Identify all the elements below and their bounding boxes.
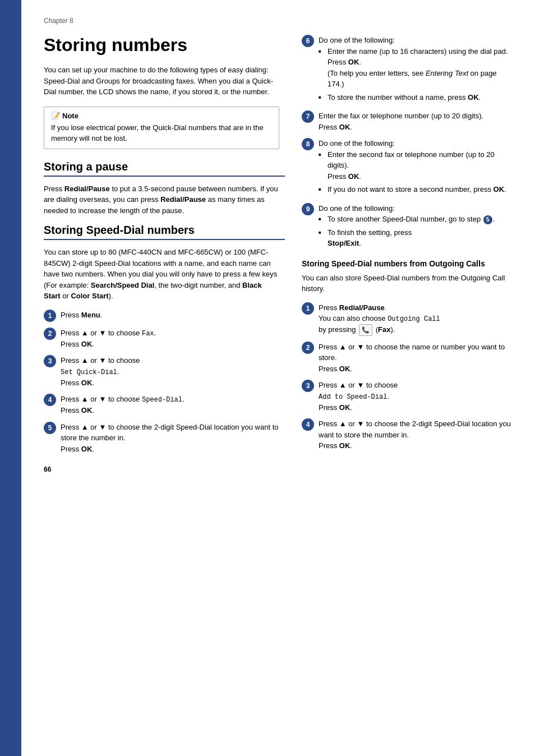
step-5: 5 Press ▲ or ▼ to choose the 2-digit Spe… — [44, 422, 285, 455]
step-9-bullet-1: To store another Speed-Dial number, go t… — [319, 214, 513, 225]
step-circle-6: 6 — [302, 35, 314, 47]
step-circle-4: 4 — [44, 394, 56, 406]
two-column-layout: Storing numbers You can set up your mach… — [44, 35, 513, 473]
right-column: 6 Do one of the following: Enter the nam… — [302, 35, 513, 473]
outgoing-step-4: 4 Press ▲ or ▼ to choose the 2-digit Spe… — [302, 418, 513, 451]
note-box: 📝 Note If you lose electrical power, the… — [44, 107, 279, 149]
step-circle-7: 7 — [302, 110, 314, 123]
right-step-9: 9 Do one of the following: To store anot… — [302, 203, 513, 251]
storing-speed-dial-intro: You can store up to 80 (MFC-440CN and MF… — [44, 247, 279, 302]
step-circle-5: 5 — [44, 422, 56, 434]
step-3: 3 Press ▲ or ▼ to chooseSet Quick-Dial.P… — [44, 355, 285, 388]
step-circle-2: 2 — [44, 328, 56, 340]
note-text: If you lose electrical power, the Quick-… — [51, 122, 272, 144]
outgoing-calls-section: Storing Speed-Dial numbers from Outgoing… — [302, 259, 513, 451]
page: Chapter 8 Storing numbers You can set up… — [0, 0, 535, 756]
outgoing-step-circle-3: 3 — [302, 380, 314, 392]
step-9-bullet-2: To finish the setting, pressStop/Exit. — [319, 227, 513, 249]
step-1: 1 Press Menu. — [44, 310, 285, 322]
outgoing-calls-intro: You can also store Speed-Dial numbers fr… — [302, 273, 513, 294]
outgoing-step-3-content: Press ▲ or ▼ to chooseAdd to Speed-Dial.… — [319, 380, 513, 413]
step-9-bullets: To store another Speed-Dial number, go t… — [319, 214, 513, 249]
right-step-6: 6 Do one of the following: Enter the nam… — [302, 35, 513, 105]
sidebar-decoration — [0, 0, 21, 756]
step-2-content: Press ▲ or ▼ to choose Fax.Press OK. — [61, 328, 285, 350]
outgoing-calls-title: Storing Speed-Dial numbers from Outgoing… — [302, 259, 513, 268]
note-icon: 📝 — [51, 112, 60, 120]
main-content: Chapter 8 Storing numbers You can set up… — [21, 0, 535, 756]
storing-speed-dial-title: Storing Speed-Dial numbers — [44, 224, 285, 240]
left-column: Storing numbers You can set up your mach… — [44, 35, 285, 473]
page-title: Storing numbers — [44, 35, 285, 56]
step-7-content: Enter the fax or telephone number (up to… — [319, 110, 513, 132]
fax-icon: 📞 — [359, 324, 372, 336]
outgoing-step-circle-1: 1 — [302, 302, 314, 315]
step-4: 4 Press ▲ or ▼ to choose Speed-Dial.Pres… — [44, 394, 285, 416]
note-title: 📝 Note — [51, 112, 272, 120]
outgoing-step-3: 3 Press ▲ or ▼ to chooseAdd to Speed-Dia… — [302, 380, 513, 413]
storing-pause-text: Press Redial/Pause to put a 3.5-second p… — [44, 183, 279, 216]
step-4-content: Press ▲ or ▼ to choose Speed-Dial.Press … — [61, 394, 285, 416]
outgoing-step-circle-2: 2 — [302, 342, 314, 354]
step-6-bullet-1: Enter the name (up to 16 characters) usi… — [319, 46, 513, 90]
step-8-content: Do one of the following: Enter the secon… — [319, 138, 513, 197]
chapter-label: Chapter 8 — [44, 17, 513, 25]
step-2: 2 Press ▲ or ▼ to choose Fax.Press OK. — [44, 328, 285, 350]
step-6-bullets: Enter the name (up to 16 characters) usi… — [319, 46, 513, 103]
step-1-content: Press Menu. — [61, 310, 285, 321]
outgoing-step-circle-4: 4 — [302, 418, 314, 431]
storing-pause-title: Storing a pause — [44, 160, 285, 177]
step-8-bullets: Enter the second fax or telephone number… — [319, 149, 513, 195]
page-number: 66 — [44, 465, 285, 473]
step-5-content: Press ▲ or ▼ to choose the 2-digit Speed… — [61, 422, 285, 455]
intro-text: You can set up your machine to do the fo… — [44, 64, 279, 98]
step-circle-9: 9 — [302, 203, 314, 215]
outgoing-step-2: 2 Press ▲ or ▼ to choose the name or num… — [302, 342, 513, 375]
outgoing-step-4-content: Press ▲ or ▼ to choose the 2-digit Speed… — [319, 418, 513, 451]
outgoing-step-1: 1 Press Redial/Pause. You can also choos… — [302, 302, 513, 336]
step-6-bullet-2: To store the number without a name, pres… — [319, 92, 513, 103]
outgoing-step-2-content: Press ▲ or ▼ to choose the name or numbe… — [319, 342, 513, 375]
step-8-bullet-2: If you do not want to store a second num… — [319, 184, 513, 195]
step-ref-5: 5 — [483, 215, 492, 224]
step-8-bullet-1: Enter the second fax or telephone number… — [319, 149, 513, 182]
step-circle-1: 1 — [44, 310, 56, 322]
step-9-content: Do one of the following: To store anothe… — [319, 203, 513, 251]
outgoing-step-1-content: Press Redial/Pause. You can also choose … — [319, 302, 513, 336]
right-step-7: 7 Enter the fax or telephone number (up … — [302, 110, 513, 132]
step-circle-8: 8 — [302, 138, 314, 150]
step-circle-3: 3 — [44, 355, 56, 367]
step-6-content: Do one of the following: Enter the name … — [319, 35, 513, 105]
step-3-content: Press ▲ or ▼ to chooseSet Quick-Dial.Pre… — [61, 355, 285, 388]
right-step-8: 8 Do one of the following: Enter the sec… — [302, 138, 513, 197]
